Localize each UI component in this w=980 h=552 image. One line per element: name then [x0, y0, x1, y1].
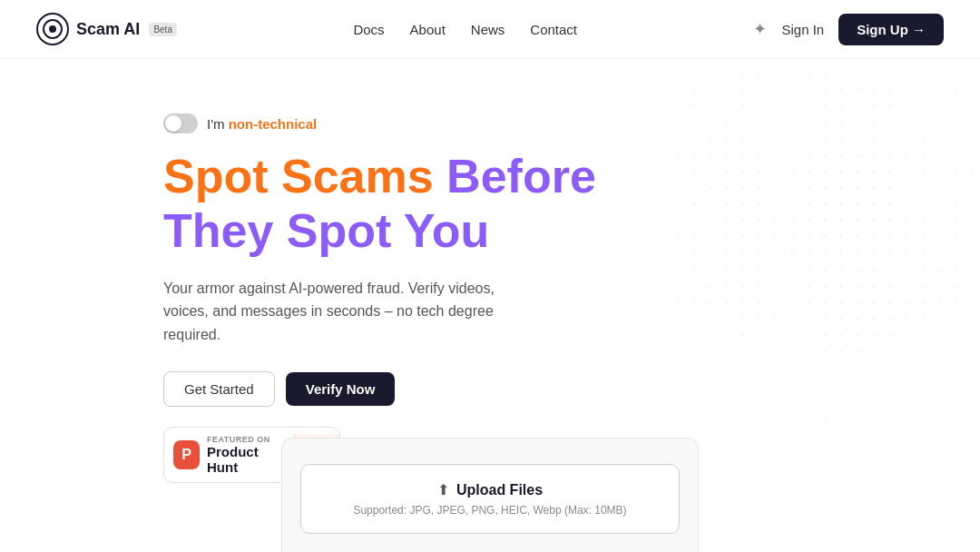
- verify-now-button[interactable]: Verify Now: [286, 372, 396, 406]
- logo[interactable]: Scam AI Beta: [36, 13, 177, 45]
- hero-title-purple-2: They Spot You: [163, 204, 489, 257]
- ph-name: Product Hunt: [207, 444, 285, 475]
- toggle-label: I'm non-technical: [207, 116, 317, 132]
- theme-toggle-icon[interactable]: ✦: [753, 19, 767, 39]
- nav-link-news[interactable]: News: [471, 22, 505, 37]
- ph-icon: P: [173, 440, 200, 469]
- upload-row: ⬆ Upload Files: [437, 481, 543, 498]
- logo-beta-badge: Beta: [149, 23, 177, 36]
- ph-featured-on-label: FEATURED ON: [207, 435, 285, 444]
- upload-hint: Supported: JPG, JPEG, PNG, HEIC, Webp (M…: [353, 504, 626, 517]
- get-started-button[interactable]: Get Started: [163, 371, 275, 407]
- hero-title: Spot Scams Before They Spot You: [163, 150, 980, 259]
- hero-title-purple-1: Before: [446, 150, 596, 202]
- nav-link-contact[interactable]: Contact: [530, 22, 577, 37]
- upload-box[interactable]: ⬆ Upload Files Supported: JPG, JPEG, PNG…: [300, 464, 680, 534]
- hero-subtitle: Your armor against AI-powered fraud. Ver…: [163, 277, 508, 347]
- non-technical-toggle[interactable]: [163, 113, 198, 133]
- svg-point-2: [49, 25, 56, 33]
- upload-label: Upload Files: [456, 482, 543, 498]
- hero-title-orange-1: Spot Scams: [163, 150, 446, 202]
- toggle-row: I'm non-technical: [163, 113, 980, 133]
- sign-in-button[interactable]: Sign In: [781, 22, 824, 37]
- hero-buttons: Get Started Verify Now: [163, 371, 980, 407]
- hero-section: I'm non-technical Spot Scams Before They…: [0, 59, 980, 483]
- ph-badge-left: P FEATURED ON Product Hunt: [164, 428, 294, 482]
- upload-icon: ⬆: [437, 481, 449, 498]
- nav-right: ✦ Sign In Sign Up →: [753, 14, 944, 45]
- logo-icon: [36, 13, 69, 45]
- nav-link-about[interactable]: About: [410, 22, 446, 37]
- nav-links: Docs About News Contact: [353, 22, 577, 37]
- upload-section: ⬆ Upload Files Supported: JPG, JPEG, PNG…: [281, 438, 699, 552]
- sign-up-button[interactable]: Sign Up →: [838, 14, 944, 45]
- nav-link-docs[interactable]: Docs: [353, 22, 384, 37]
- logo-text: Scam AI: [76, 20, 140, 39]
- ph-text-block: FEATURED ON Product Hunt: [207, 435, 285, 475]
- toggle-highlight: non-technical: [229, 116, 318, 132]
- navbar: Scam AI Beta Docs About News Contact ✦ S…: [0, 0, 980, 59]
